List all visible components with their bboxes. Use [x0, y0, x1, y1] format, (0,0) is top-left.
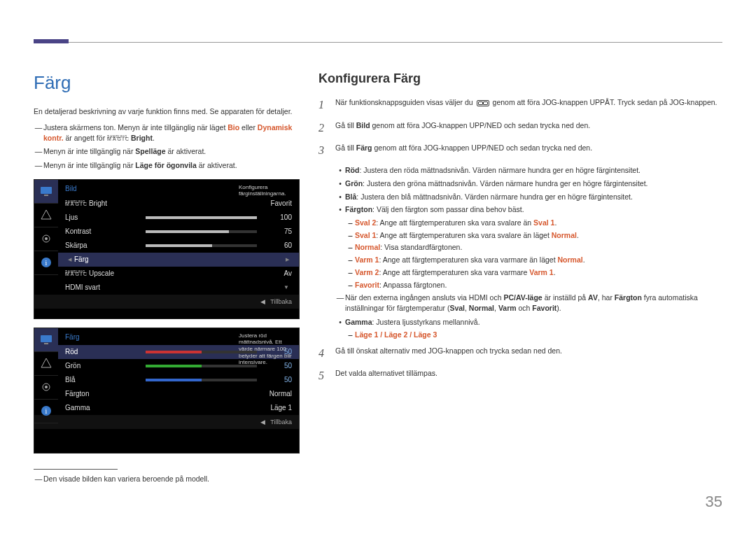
- samsung-magic-icon: SAMSUNGMAGIC: [107, 136, 130, 141]
- page-number: 35: [706, 491, 722, 513]
- settings-tri-icon: [34, 352, 58, 376]
- svg-text:i: i: [46, 407, 48, 415]
- footnote-separator: [34, 469, 118, 470]
- model-footnote: ― Den visade bilden kan variera beroende…: [34, 474, 300, 484]
- osd-row-magic-bright: SAMSUNGMAGICBright Favorit: [58, 197, 299, 211]
- step-2: 2 Gå till Bild genom att föra JOG-knappe…: [318, 120, 724, 136]
- bullet-fargton: •Färgton: Välj den färgton som passar di…: [335, 204, 724, 215]
- sub-varm1: ‒Varm 1: Ange att färgtemperaturen ska v…: [345, 255, 724, 265]
- osd-footer: ◀ Tillbaka: [34, 415, 299, 430]
- info-icon: i: [34, 400, 58, 423]
- left-column: Färg En detaljerad beskrivning av varje …: [34, 70, 300, 488]
- svg-point-4: [45, 237, 48, 240]
- footnote-line-1: ― Justera skärmens ton. Menyn är inte ti…: [34, 122, 300, 143]
- bullet-gamma: •Gamma: Justera ljusstyrkans mellannivå.: [335, 317, 724, 328]
- step-4: 4 Gå till önskat alternativ med JOG-knap…: [318, 346, 724, 361]
- info-icon: i: [34, 251, 58, 275]
- intro-text: En detaljerad beskrivning av varje funkt…: [34, 106, 300, 117]
- header-accent: [34, 39, 69, 43]
- svg-rect-7: [41, 335, 52, 342]
- monitor-icon: [34, 328, 58, 352]
- svg-rect-1: [44, 195, 48, 196]
- sub-gamma: ‒Läge 1 / Läge 2 / Läge 3: [345, 330, 724, 340]
- osd-row-fargton: Färgton Normal: [58, 387, 299, 401]
- gear-icon: [34, 227, 58, 251]
- osd-row-upscale: SAMSUNGMAGICUpscale Av: [58, 267, 299, 281]
- osd-tooltip: Konfigurera färginställningarna.: [239, 184, 295, 197]
- sub-normal: ‒Normal: Visa standardfärgtonen.: [345, 242, 724, 253]
- osd-row-skarpa: Skärpa 60: [58, 239, 299, 253]
- page-title: Färg: [34, 70, 300, 95]
- section-title: Konfigurera Färg: [318, 70, 724, 87]
- svg-point-11: [45, 386, 48, 388]
- sub-favorit: ‒Favorit: Anpassa färgtonen.: [345, 280, 724, 290]
- svg-marker-9: [41, 358, 51, 367]
- footnote-line-3: ― Menyn är inte tillgänglig när Läge för…: [34, 160, 300, 171]
- osd-tooltip: Justera röd mättnadsnivå. Ett värde närm…: [239, 332, 295, 366]
- gear-icon: [34, 376, 58, 400]
- osd-row-ljus: Ljus 100: [58, 211, 299, 225]
- svg-text:i: i: [46, 259, 48, 267]
- step-5: 5 Det valda alternativet tillämpas.: [318, 368, 724, 384]
- footnote-line-2: ― Menyn är inte tillgänglig när Spelläge…: [34, 146, 300, 157]
- settings-tri-icon: [34, 204, 58, 227]
- monitor-icon: [34, 180, 58, 204]
- step-3: 3 Gå till Färg genom att föra JOG-knappe…: [318, 143, 724, 158]
- osd-row-bla: Blå 50: [58, 373, 299, 387]
- osd-menu-bild: i Konfigurera färginställningarna. Bild …: [34, 179, 300, 319]
- svg-rect-0: [41, 187, 52, 194]
- bullet-gron: •Grön: Justera den gröna mättnadsnivån. …: [335, 178, 724, 189]
- svg-rect-8: [44, 343, 48, 344]
- bullet-bla: •Blå: Justera den blå mättnadsnivån. Vär…: [335, 192, 724, 202]
- osd-menu-farg: i Justera röd mättnadsnivå. Ett värde nä…: [34, 328, 300, 454]
- osd-footer: ◀ Tillbaka: [34, 295, 299, 309]
- header-rule: [34, 42, 722, 43]
- sub-sval2: ‒Sval 2: Ange att färgtemperaturen ska v…: [345, 218, 724, 228]
- right-column: Konfigurera Färg 1 När funktionsknappsgu…: [318, 70, 724, 391]
- osd-row-kontrast: Kontrast 75: [58, 225, 299, 239]
- osd-row-farg: ◀ Färg ▶: [58, 253, 299, 267]
- sub-varm2: ‒Varm 2: Ange att färgtemperaturen ska v…: [345, 267, 724, 278]
- step-1: 1 När funktionsknappsguiden visas väljer…: [318, 97, 724, 113]
- bullet-rod: •Röd: Justera den röda mättnadsnivån. Vä…: [335, 165, 724, 176]
- svg-marker-2: [41, 210, 51, 219]
- hdmi-note: ― När den externa ingången ansluts via H…: [335, 293, 724, 313]
- menu-icon: [477, 100, 489, 106]
- sub-sval1: ‒Sval 1: Ange att färgtemperaturen ska v…: [345, 230, 724, 241]
- osd-row-hdmi: HDMI svart ▼: [58, 281, 299, 295]
- osd-row-gamma: Gamma Läge 1: [58, 401, 299, 415]
